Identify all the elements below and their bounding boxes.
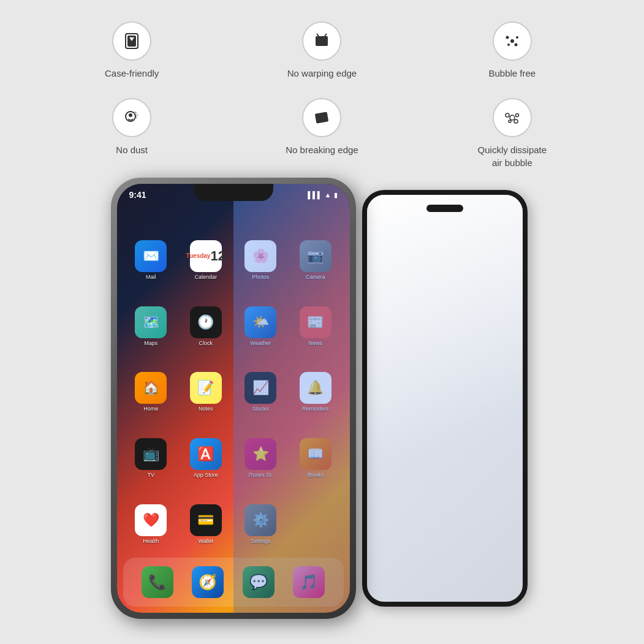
case-friendly-icon [112,21,151,61]
svg-point-13 [134,112,137,114]
app-clock-icon: 🕐 [190,306,222,338]
app-settings-icon: ⚙️ [244,504,276,536]
app-tv-label: TV [147,472,154,478]
app-calendar-label: Calendar [194,274,217,280]
iphone-screen: 9:41 ▌▌▌ ▲ ▮ ✉️ Mail [117,184,350,613]
feature-quickly-dissipate: Quickly dissipate air bubble [417,89,607,178]
app-reminders[interactable]: 🔔 Reminders [290,362,341,423]
app-settings[interactable]: ⚙️ Settings [236,493,286,555]
quickly-dissipate-label: Quickly dissipate air bubble [478,143,547,169]
feature-no-warping: No warping edge [227,12,417,89]
svg-point-9 [507,44,510,46]
app-home-label: Home [143,406,158,412]
svg-point-15 [136,117,137,118]
status-time: 9:41 [129,190,146,200]
feature-bubble-free: Bubble free [417,12,607,89]
features-grid: Case-friendly No warping edge Bubble fre… [0,0,644,184]
app-health-label: Health [143,538,159,544]
quickly-dissipate-icon [493,98,532,137]
app-news[interactable]: 📰 News [290,296,341,357]
svg-point-17 [510,115,515,120]
dock: 📞 🧭 💬 🎵 [123,558,344,607]
app-itunes[interactable]: ⭐ iTunes St. [236,428,286,489]
iphone-body: 9:41 ▌▌▌ ▲ ▮ ✉️ Mail [111,178,356,619]
battery-icon: ▮ [334,191,338,199]
app-photos-label: Photos [252,274,269,280]
svg-point-6 [510,39,514,43]
svg-point-10 [514,44,517,47]
app-itunes-icon: ⭐ [244,438,276,470]
feature-case-friendly: Case-friendly [37,12,227,89]
iphone: 9:41 ▌▌▌ ▲ ▮ ✉️ Mail [111,178,356,619]
svg-point-12 [129,113,132,117]
app-wallet[interactable]: 💳 Wallet [181,493,231,555]
no-dust-icon [112,98,151,137]
device-section: 9:41 ▌▌▌ ▲ ▮ ✉️ Mail [93,178,552,637]
app-calendar[interactable]: Tuesday 12 Calendar [181,230,231,291]
dock-music[interactable]: 🎵 [293,566,325,598]
case-friendly-label: Case-friendly [105,67,159,80]
app-home-icon: 🏠 [135,372,167,404]
dock-phone[interactable]: 📞 [142,566,173,598]
glass-notch [426,205,463,212]
app-weather-label: Weather [250,340,271,346]
app-notes[interactable]: 📝 Notes [181,362,231,423]
app-itunes-label: iTunes St. [248,472,273,478]
app-clock[interactable]: 🕐 Clock [181,296,231,357]
app-reminders-icon: 🔔 [300,372,331,404]
svg-point-8 [516,36,518,39]
app-empty [290,493,341,555]
app-appstore[interactable]: 🅰️ App Store [181,428,231,489]
feature-no-breaking: No breaking edge [227,89,417,178]
bubble-free-label: Bubble free [488,67,536,80]
feature-no-dust: No dust [37,89,227,178]
app-ibooks-label: iBooks [307,472,324,478]
status-icons: ▌▌▌ ▲ ▮ [308,191,337,199]
dock-safari[interactable]: 🧭 [192,566,224,598]
svg-point-21 [514,119,518,123]
app-wallet-label: Wallet [198,538,213,544]
wifi-icon: ▲ [325,191,331,199]
app-home[interactable]: 🏠 Home [126,362,176,423]
glass-protector [362,190,528,607]
no-warping-label: No warping edge [287,67,357,80]
app-maps-icon: 🗺️ [135,306,167,338]
app-photos-icon: 🌸 [244,240,276,272]
app-maps-label: Maps [144,340,157,346]
app-clock-label: Clock [199,340,213,346]
app-mail[interactable]: ✉️ Mail [126,230,176,291]
app-health-icon: ❤️ [135,504,167,536]
app-weather[interactable]: 🌤️ Weather [236,296,286,357]
no-warping-icon [302,21,341,61]
app-wallet-icon: 💳 [190,504,222,536]
app-camera[interactable]: 📷 Camera [290,230,341,291]
app-tv[interactable]: 📺 TV [126,428,176,489]
app-ibooks-icon: 📖 [300,438,331,470]
app-stocks[interactable]: 📈 Stocks [236,362,286,423]
app-camera-label: Camera [306,274,325,280]
app-weather-icon: 🌤️ [244,306,276,338]
app-tv-icon: 📺 [135,438,167,470]
app-news-icon: 📰 [300,306,331,338]
app-ibooks[interactable]: 📖 iBooks [290,428,341,489]
app-stocks-label: Stocks [252,406,269,412]
svg-rect-3 [316,36,328,46]
app-photos[interactable]: 🌸 Photos [236,230,286,291]
bubble-free-icon [493,21,532,61]
glass-inner [367,195,523,602]
svg-line-5 [325,34,327,36]
app-mail-label: Mail [146,274,156,280]
svg-point-18 [506,113,509,117]
svg-point-14 [137,115,138,116]
no-breaking-icon [302,98,341,137]
app-health[interactable]: ❤️ Health [126,493,176,555]
app-settings-label: Settings [251,538,271,544]
svg-point-7 [506,36,509,39]
svg-point-19 [515,114,518,117]
app-appstore-icon: 🅰️ [190,438,222,470]
app-notes-label: Notes [199,406,213,412]
signal-icon: ▌▌▌ [308,191,322,199]
app-maps[interactable]: 🗺️ Maps [126,296,176,357]
dock-messages[interactable]: 💬 [243,566,275,598]
svg-point-20 [509,120,511,123]
